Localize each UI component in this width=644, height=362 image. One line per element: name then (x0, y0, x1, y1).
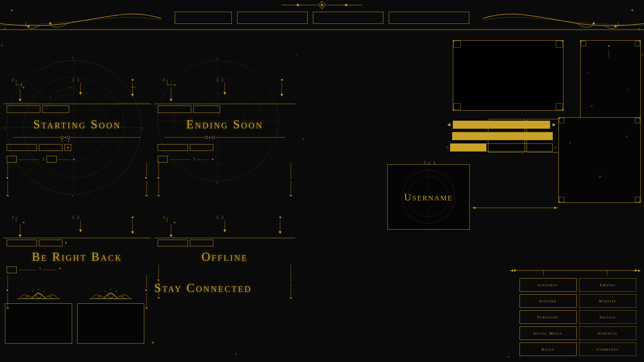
svg-point-8 (49, 22, 51, 24)
svg-rect-156 (454, 103, 461, 110)
svg-text:☽ ☽: ☽ ☽ (70, 77, 79, 82)
ss-bar-1 (7, 106, 40, 113)
rules-button[interactable]: Rules (520, 343, 577, 356)
svg-point-88 (209, 137, 210, 138)
svg-text:☽: ☽ (288, 278, 292, 283)
svg-point-195 (639, 118, 640, 119)
username-text: Username (404, 191, 453, 203)
svg-point-175 (639, 41, 640, 42)
ss-bar-6 (47, 156, 57, 163)
svg-marker-132 (145, 308, 148, 308)
giveaway-button[interactable]: Giveaway (520, 278, 577, 292)
star-deco-7: ✦ (507, 355, 510, 359)
svg-text:✦: ✦ (173, 83, 176, 87)
brb-bar-3 (7, 266, 17, 273)
circle-right-3: ○ (554, 145, 557, 150)
es-left-vdeco: ✦ (156, 163, 166, 196)
svg-text:✦: ✦ (638, 27, 641, 31)
svg-point-194 (559, 118, 560, 119)
svg-marker-68 (6, 195, 9, 196)
arrow-left-1: ◄ (446, 122, 451, 128)
es-star-deco: ✦ (211, 158, 214, 161)
svg-text:✦: ✦ (627, 88, 629, 91)
svg-text:☽ ☽: ☽ ☽ (215, 215, 224, 220)
brb-alert-frame-container (5, 285, 72, 344)
svg-rect-155 (556, 41, 563, 48)
svg-text:☽: ☽ (288, 176, 292, 180)
connection-bar-deco: ◄ ► (471, 204, 558, 211)
svg-marker-54 (131, 94, 134, 97)
svg-point-196 (559, 201, 560, 202)
es-right-vdeco: ☽ (283, 163, 293, 196)
svg-text:✦: ✦ (278, 215, 282, 220)
header-box-3[interactable] (313, 12, 383, 24)
ss-bar-3 (7, 144, 37, 151)
es-moon-deco: ☽ (192, 157, 196, 162)
svg-marker-81 (223, 92, 226, 95)
ss-title-deco (13, 134, 141, 142)
ss-star-box: ✦ (64, 144, 71, 151)
svg-point-89 (212, 136, 214, 139)
socials-button[interactable]: Socials (579, 310, 636, 324)
svg-point-158 (453, 41, 454, 42)
es-bar-3 (158, 144, 188, 151)
ss-line-deco: —————— (19, 158, 39, 161)
svg-text:✦: ✦ (607, 45, 610, 48)
website-button[interactable]: Website (579, 294, 636, 308)
circle-left-3: ○ (446, 145, 449, 150)
svg-rect-157 (556, 103, 563, 110)
es-line-deco: —————— (170, 158, 190, 161)
svg-marker-103 (19, 235, 21, 237)
es-bar-5 (158, 156, 168, 163)
webcam-large-ornament: ☽ ○ ☽ ☽ ● ☽ (453, 41, 563, 110)
username-panel: ☽ ○ ☽ Username (387, 164, 470, 230)
svg-line-113 (44, 291, 45, 292)
commands-button[interactable]: Commands (579, 343, 636, 356)
es-bar-2 (193, 106, 220, 113)
svg-marker-84 (280, 94, 283, 97)
svg-marker-47 (19, 99, 21, 102)
svg-marker-128 (6, 308, 9, 308)
header-box-2[interactable] (237, 12, 308, 24)
header-box-4[interactable] (389, 12, 469, 24)
ending-soon-section: ☽ ✦ ☽ ☽ ✦ Ending Soon (154, 75, 295, 209)
ss-deco-7: — — — (59, 158, 70, 161)
brb-left-vdeco: ✦ (5, 275, 15, 308)
es-bars-3: —————— ☽ — — — ✦ (158, 156, 214, 163)
ss-moon-deco: ☽ (41, 157, 45, 162)
alerts-frame-ornament: ☽ ○ ☽ ✦ ✦ ★ ✦ (559, 118, 640, 202)
ss-bar-4 (39, 144, 62, 151)
header-boxes (175, 12, 469, 24)
schedule-button[interactable]: Schedule (579, 326, 636, 340)
svg-point-160 (453, 109, 454, 110)
svg-text:✦: ✦ (144, 176, 148, 180)
es-top-deco: ☽ ✦ ☽ ☽ ✦ (154, 75, 295, 106)
svg-rect-154 (454, 41, 461, 48)
svg-marker-78 (170, 99, 172, 102)
svg-text:☽: ☽ (10, 77, 14, 82)
ss-bar-5 (7, 156, 17, 163)
star-deco-1: ✦ (0, 44, 3, 47)
brb-bars-2: ————— ☽ ———— ✦ (7, 266, 61, 273)
svg-text:☽: ☽ (161, 77, 165, 82)
svg-text:★: ★ (216, 57, 219, 60)
cmd-top-connector: ◄ ► (510, 265, 641, 276)
subscribe-button[interactable]: Subscribe (520, 310, 577, 324)
svg-line-121 (104, 291, 106, 292)
social-media-button[interactable]: Social Media (520, 326, 577, 340)
emotes-button[interactable]: Emotes (579, 278, 636, 292)
svg-text:☽: ☽ (10, 215, 14, 220)
svg-text:✦: ✦ (173, 221, 176, 224)
brb-alert-box-left (5, 303, 72, 344)
svg-marker-72 (145, 195, 148, 196)
svg-point-59 (61, 136, 63, 139)
svg-text:✦: ✦ (131, 215, 135, 220)
header-box-1[interactable] (175, 12, 232, 24)
brb-top-deco: ☽ ✦ ☽ ☽ ✦ (3, 213, 151, 240)
cmd-row-4: Social Media Schedule (515, 326, 641, 340)
discord-button[interactable]: Discord (520, 294, 577, 308)
off-right-vdeco: ☽ (283, 265, 293, 298)
cmd-row-2: Discord Website (515, 294, 641, 308)
stats-bars-area: ◄ ► ○ ○ (446, 121, 557, 155)
brb-right-vdeco: ✦ (139, 275, 149, 308)
